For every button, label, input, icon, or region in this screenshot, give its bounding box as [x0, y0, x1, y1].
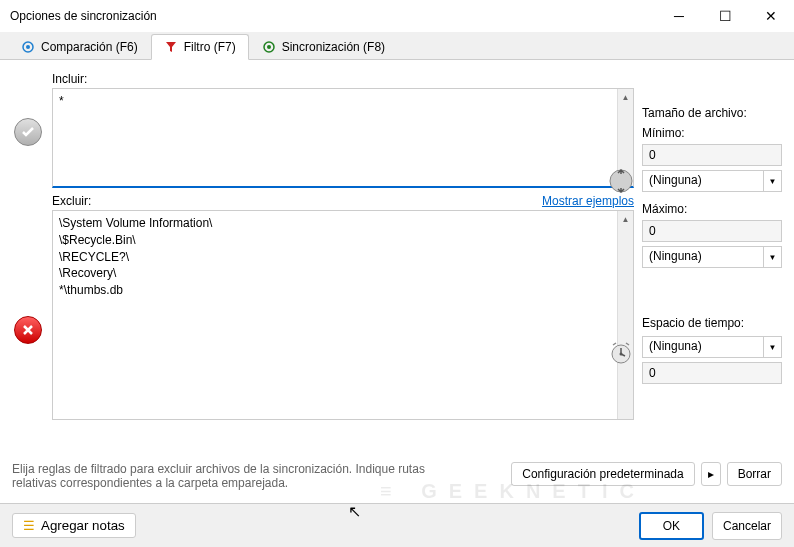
min-size-spinner[interactable]: ▲▼: [642, 144, 782, 166]
include-textarea[interactable]: [53, 89, 617, 186]
cancel-button[interactable]: Cancelar: [712, 512, 782, 540]
min-size-input[interactable]: [643, 145, 794, 165]
tab-filter-label: Filtro (F7): [184, 40, 236, 54]
gear-icon: [21, 40, 35, 54]
timespan-input[interactable]: [643, 363, 794, 383]
exclude-textarea[interactable]: [53, 211, 617, 419]
default-config-menu-button[interactable]: ▸: [701, 462, 721, 486]
timespan-spinner[interactable]: ▲▼: [642, 362, 782, 384]
add-notes-label: Agregar notas: [41, 518, 125, 533]
max-size-input[interactable]: [643, 221, 794, 241]
timespan-unit-value: (Ninguna): [643, 337, 763, 357]
svg-point-3: [267, 45, 271, 49]
exclude-icon: [14, 316, 42, 344]
show-examples-link[interactable]: Mostrar ejemplos: [542, 194, 634, 208]
tab-filter[interactable]: Filtro (F7): [151, 34, 249, 60]
chevron-down-icon[interactable]: ▼: [763, 247, 781, 267]
scroll-up-icon[interactable]: ▲: [618, 89, 633, 105]
include-icon: [14, 118, 42, 146]
maximize-button[interactable]: ☐: [702, 0, 748, 32]
default-config-button[interactable]: Configuración predeterminada: [511, 462, 694, 486]
filesize-icon: [608, 168, 634, 194]
timespan-heading: Espacio de tiempo:: [642, 316, 782, 330]
min-label: Mínimo:: [642, 126, 782, 140]
chevron-down-icon[interactable]: ▼: [763, 171, 781, 191]
notes-icon: ☰: [23, 518, 35, 533]
max-label: Máximo:: [642, 202, 782, 216]
tab-sync-label: Sincronización (F8): [282, 40, 385, 54]
min-unit-dropdown[interactable]: (Ninguna) ▼: [642, 170, 782, 192]
timespan-unit-dropdown[interactable]: (Ninguna) ▼: [642, 336, 782, 358]
close-button[interactable]: ✕: [748, 0, 794, 32]
tab-compare-label: Comparación (F6): [41, 40, 138, 54]
exclude-scrollbar[interactable]: ▲: [617, 211, 633, 419]
exclude-label: Excluir:: [52, 194, 91, 208]
window-title: Opciones de sincronización: [10, 9, 157, 23]
include-label: Incluir:: [52, 72, 634, 86]
chevron-down-icon[interactable]: ▼: [763, 337, 781, 357]
add-notes-button[interactable]: ☰ Agregar notas: [12, 513, 136, 538]
tab-sync[interactable]: Sincronización (F8): [249, 34, 398, 59]
max-unit-value: (Ninguna): [643, 247, 763, 267]
minimize-button[interactable]: ─: [656, 0, 702, 32]
max-size-spinner[interactable]: ▲▼: [642, 220, 782, 242]
max-unit-dropdown[interactable]: (Ninguna) ▼: [642, 246, 782, 268]
min-unit-value: (Ninguna): [643, 171, 763, 191]
filesize-heading: Tamaño de archivo:: [642, 106, 782, 120]
clear-button[interactable]: Borrar: [727, 462, 782, 486]
sync-gear-icon: [262, 40, 276, 54]
funnel-icon: [164, 40, 178, 54]
scroll-up-icon[interactable]: ▲: [618, 211, 633, 227]
tab-compare[interactable]: Comparación (F6): [8, 34, 151, 59]
clock-icon: [608, 340, 634, 366]
svg-point-1: [26, 45, 30, 49]
help-text: Elija reglas de filtrado para excluir ar…: [12, 462, 432, 490]
ok-button[interactable]: OK: [639, 512, 704, 540]
